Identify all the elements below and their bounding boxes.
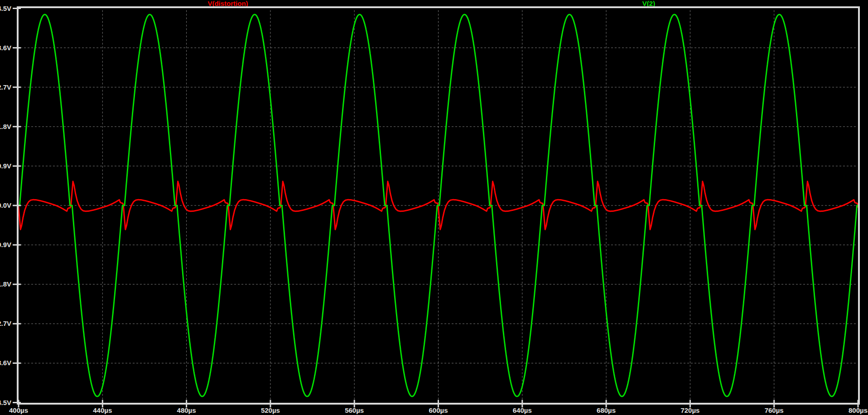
x-axis[interactable]: 400µs440µs480µs520µs560µs600µs640µs680µs… [9,400,868,414]
y-tick-label: 4.5V [0,5,11,12]
y-tick-label: -0.9V [0,241,11,248]
x-tick-label: 800µs [849,406,868,414]
x-tick-label: 760µs [765,406,784,414]
waveform-canvas[interactable]: 4.5V3.6V2.7V1.8V0.9V0.0V-0.9V-1.8V-2.7V-… [0,0,868,415]
y-tick-label: 0.9V [0,162,11,170]
x-tick-label: 480µs [177,406,196,414]
y-tick-label: 1.8V [0,123,11,130]
x-tick-label: 560µs [345,406,364,414]
x-tick-label: 400µs [9,406,28,414]
y-tick-label: -1.8V [0,280,11,288]
x-tick-label: 720µs [680,406,699,414]
y-tick-label: 3.6V [0,44,11,52]
x-tick-label: 680µs [597,406,616,414]
x-tick-label: 520µs [261,406,280,414]
waveform-viewer: V(distortion) V(2) 4.5V3.6V2.7V1.8V0.9V0… [0,0,868,415]
x-tick-label: 600µs [429,406,448,414]
y-tick-label: -2.7V [0,320,11,327]
y-tick-label: 0.0V [0,201,11,209]
y-tick-label: -4.5V [0,399,11,406]
y-tick-label: 2.7V [0,83,11,91]
x-tick-label: 440µs [93,406,112,414]
y-tick-label: -3.6V [0,359,11,367]
x-tick-label: 640µs [513,406,532,414]
